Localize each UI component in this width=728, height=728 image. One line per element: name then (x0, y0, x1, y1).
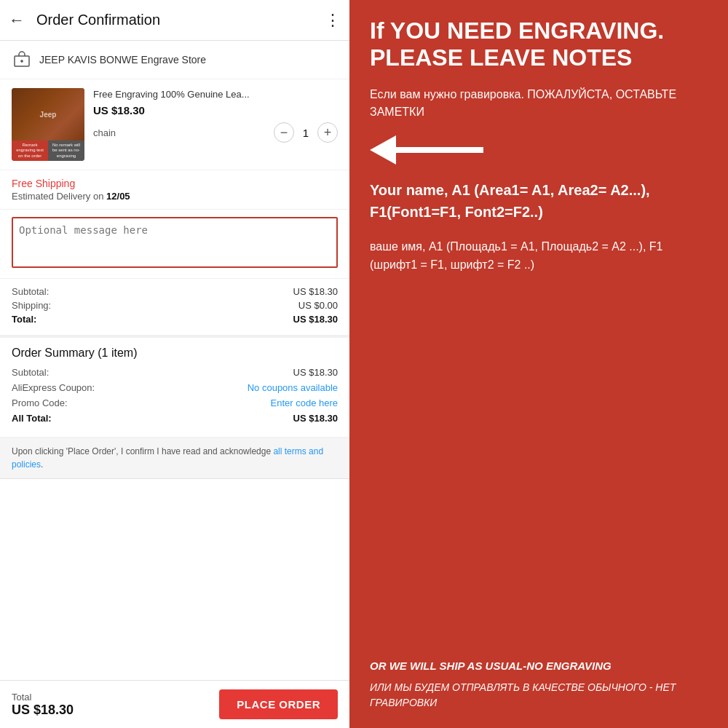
page-title: Order Confirmation (36, 12, 325, 28)
right-heading: If YOU NEED ENGRAVING. PLEASE LEAVE NOTE… (370, 17, 708, 71)
summary-coupon-label: AliExpress Coupon: (12, 382, 95, 393)
arrow-left (370, 135, 483, 165)
right-footer-ru: ИЛИ МЫ БУДЕМ ОТПРАВЛЯТЬ В КАЧЕСТВЕ ОБЫЧН… (370, 680, 708, 711)
product-image: Jeep Remark engraving text on the order … (12, 88, 84, 161)
arrow-head-icon (370, 135, 396, 165)
bottom-bar: Total US $18.30 PLACE ORDER (0, 680, 349, 728)
bottom-total-amount: US $18.30 (12, 703, 74, 718)
terms-text: Upon clicking 'Place Order', I confirm I… (12, 445, 338, 471)
store-name: JEEP KAVIS BONWE Engrave Store (39, 54, 206, 66)
subtotal-value: US $18.30 (293, 286, 338, 297)
variant-label: chain (93, 127, 116, 138)
right-instructions-en: Your name, A1 (Area1= A1, Area2= A2...),… (370, 179, 708, 223)
product-tag-gray: No remark will be sent as no-engraving (48, 141, 84, 161)
store-icon (12, 50, 32, 70)
shipping-label: Shipping: (12, 300, 51, 311)
order-summary: Order Summary (1 item) Subtotal: US $18.… (0, 338, 349, 438)
summary-all-total-label: All Total: (12, 413, 52, 424)
message-input[interactable] (12, 217, 338, 268)
summary-coupon-value: No coupons available (248, 382, 338, 393)
summary-promo-row: Promo Code: Enter code here (12, 397, 338, 408)
store-row: JEEP KAVIS BONWE Engrave Store (0, 41, 349, 79)
place-order-button[interactable]: PLACE ORDER (219, 689, 338, 719)
product-price: US $18.30 (93, 104, 338, 116)
right-subtext-ru: Если вам нужно гравировка. ПОЖАЛУЙСТА, О… (370, 86, 708, 121)
total-value: US $18.30 (293, 314, 338, 325)
subtotal-row: Subtotal: US $18.30 (12, 286, 338, 297)
shipping-row-total: Shipping: US $0.00 (12, 300, 338, 311)
right-panel: If YOU NEED ENGRAVING. PLEASE LEAVE NOTE… (349, 0, 728, 728)
more-options-button[interactable]: ⋮ (325, 11, 341, 30)
summary-coupon-row: AliExpress Coupon: No coupons available (12, 382, 338, 393)
total-row: Total: US $18.30 (12, 314, 338, 325)
product-tag-red: Remark engraving text on the order (12, 141, 48, 161)
product-title: Free Engraving 100% Genuine Lea... (93, 88, 338, 101)
total-label: Total: (12, 314, 36, 325)
summary-subtotal-label: Subtotal: (12, 367, 49, 378)
free-shipping-label: Free Shipping (12, 178, 338, 189)
product-info: Free Engraving 100% Genuine Lea... US $1… (93, 88, 338, 143)
quantity-value: 1 (294, 127, 317, 139)
summary-all-total-value: US $18.30 (293, 413, 338, 424)
left-panel: ← Order Confirmation ⋮ JEEP KAVIS BONWE … (0, 0, 349, 728)
terms-section: Upon clicking 'Place Order', I confirm I… (0, 438, 349, 479)
message-box-wrapper (0, 210, 349, 279)
quantity-decrease-button[interactable]: − (274, 122, 294, 143)
right-instructions-ru: ваше имя, А1 (Площадь1 = А1, Площадь2 = … (370, 237, 708, 274)
summary-all-total-row: All Total: US $18.30 (12, 413, 338, 424)
right-footer-en: OR WE WILL SHIP AS USUAL-NO ENGRAVING (370, 658, 708, 675)
product-row: Jeep Remark engraving text on the order … (0, 79, 349, 170)
delivery-date: 12/05 (106, 191, 130, 202)
bottom-total: Total US $18.30 (12, 692, 74, 718)
delivery-text: Estimated Delivery on 12/05 (12, 191, 338, 202)
summary-promo-value[interactable]: Enter code here (270, 397, 338, 408)
arrow-shaft (396, 147, 483, 153)
summary-subtotal-value: US $18.30 (293, 367, 338, 378)
order-summary-title: Order Summary (1 item) (12, 347, 338, 360)
back-button[interactable]: ← (9, 11, 25, 30)
arrow-row (370, 135, 708, 165)
subtotal-label: Subtotal: (12, 286, 49, 297)
quantity-increase-button[interactable]: + (317, 122, 338, 143)
bottom-total-label: Total (12, 692, 74, 703)
summary-subtotal-row: Subtotal: US $18.30 (12, 367, 338, 378)
shipping-value: US $0.00 (298, 300, 338, 311)
header: ← Order Confirmation ⋮ (0, 0, 349, 41)
summary-promo-label: Promo Code: (12, 397, 68, 408)
totals-section: Subtotal: US $18.30 Shipping: US $0.00 T… (0, 279, 349, 338)
shipping-row: Free Shipping Estimated Delivery on 12/0… (0, 170, 349, 210)
quantity-row: chain − 1 + (93, 122, 338, 143)
